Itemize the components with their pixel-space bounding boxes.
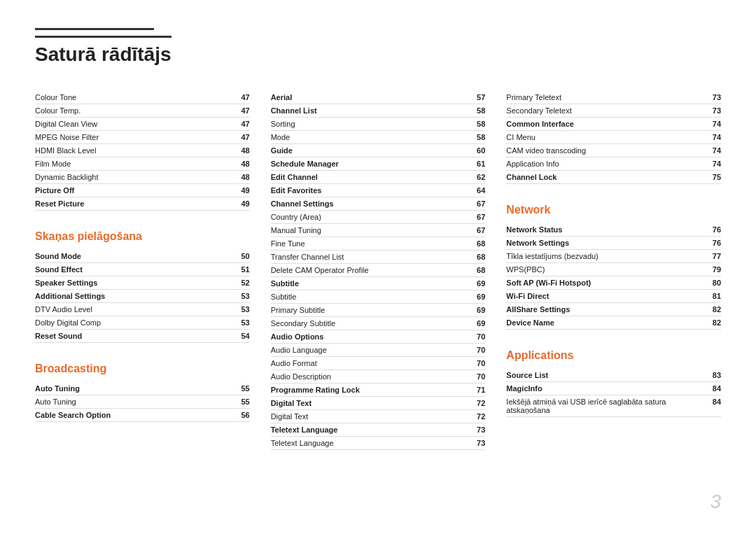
entry-number: 53 bbox=[236, 305, 250, 314]
list-item: Audio Format70 bbox=[271, 357, 486, 370]
entry-label: Additional Settings bbox=[35, 292, 105, 300]
entry-label: AllShare Settings bbox=[506, 305, 570, 314]
entry-label: Schedule Manager bbox=[271, 160, 339, 168]
entry-number: 58 bbox=[471, 106, 485, 115]
list-item: Channel List58 bbox=[271, 104, 486, 118]
entry-label: Auto Tuning bbox=[35, 398, 76, 406]
entry-number: 70 bbox=[471, 346, 485, 354]
list-item: Edit Channel62 bbox=[271, 171, 486, 184]
list-item: Auto Tuning55 bbox=[35, 395, 250, 409]
list-item: Device Name82 bbox=[506, 316, 721, 330]
list-item: Film Mode48 bbox=[35, 157, 250, 171]
entry-label: Primary Teletext bbox=[506, 93, 561, 101]
entry-number: 67 bbox=[471, 213, 485, 221]
entry-number: 70 bbox=[471, 332, 485, 341]
entry-number: 74 bbox=[707, 120, 721, 128]
entry-label: Channel Lock bbox=[506, 173, 556, 181]
entry-number: 50 bbox=[236, 252, 250, 260]
entry-number: 82 bbox=[707, 305, 721, 314]
list-item: Source List83 bbox=[506, 369, 721, 382]
entry-number: 75 bbox=[707, 173, 721, 181]
list-item: Aerial57 bbox=[271, 91, 486, 104]
list-item: Application Info74 bbox=[506, 157, 721, 171]
entry-number: 67 bbox=[471, 199, 485, 208]
entry-label: Sound Mode bbox=[35, 252, 81, 260]
column-2: Aerial57Channel List58Sorting58Mode58Gui… bbox=[271, 91, 507, 450]
entry-label: Device Name bbox=[506, 318, 554, 327]
page-title: Saturā rādītājs bbox=[35, 36, 172, 70]
entry-label: Source List bbox=[506, 371, 548, 379]
entry-number: 58 bbox=[471, 133, 485, 141]
entry-label: Fine Tune bbox=[271, 239, 305, 248]
list-item: CAM video transcoding74 bbox=[506, 144, 721, 157]
list-item: Sound Mode50 bbox=[35, 250, 250, 263]
list-item: Audio Language70 bbox=[271, 344, 486, 357]
list-item: Reset Sound54 bbox=[35, 330, 250, 343]
entry-label: CAM video transcoding bbox=[506, 146, 586, 155]
list-item: Cable Search Option56 bbox=[35, 409, 250, 422]
list-item: Edit Favorites64 bbox=[271, 184, 486, 197]
column-3: Primary Teletext73Secondary Teletext73Co… bbox=[506, 91, 721, 417]
list-item: Picture Off49 bbox=[35, 184, 250, 197]
entry-number: 72 bbox=[471, 399, 485, 407]
entry-label: Audio Description bbox=[271, 372, 331, 381]
entry-number: 74 bbox=[707, 133, 721, 141]
entry-number: 52 bbox=[236, 279, 250, 287]
list-item: Iekšējā atmiņā vai USB ierīcē saglabāta … bbox=[506, 395, 721, 417]
entry-label: Common Interface bbox=[506, 120, 574, 128]
list-item: Dolby Digital Comp53 bbox=[35, 316, 250, 330]
entry-number: 55 bbox=[236, 384, 250, 393]
entry-label: Application Info bbox=[506, 160, 559, 168]
col3-top-entries: Primary Teletext73Secondary Teletext73Co… bbox=[506, 91, 721, 184]
list-item: Network Settings76 bbox=[506, 237, 721, 250]
entry-label: Dynamic Backlight bbox=[35, 173, 98, 181]
list-item: Guide60 bbox=[271, 144, 486, 157]
entry-label: Sound Effect bbox=[35, 265, 83, 274]
entry-label: Audio Options bbox=[271, 332, 324, 341]
entry-label: Aerial bbox=[271, 93, 293, 101]
list-item: Manual Tuning67 bbox=[271, 224, 486, 237]
entry-label: Auto Tuning bbox=[35, 384, 80, 393]
list-item: Digital Text72 bbox=[271, 410, 486, 423]
entry-number: 62 bbox=[471, 173, 485, 181]
list-item: Auto Tuning55 bbox=[35, 382, 250, 395]
entry-number: 73 bbox=[707, 93, 721, 101]
entry-number: 49 bbox=[236, 186, 250, 195]
list-item: Primary Teletext73 bbox=[506, 91, 721, 104]
entry-label: Sorting bbox=[271, 120, 295, 128]
list-item: Colour Tone47 bbox=[35, 91, 250, 104]
list-item: Delete CAM Operator Profile68 bbox=[271, 264, 486, 277]
entry-label: Colour Tone bbox=[35, 93, 76, 101]
entry-label: Iekšējā atmiņā vai USB ierīcē saglabāta … bbox=[506, 398, 707, 414]
entry-number: 73 bbox=[471, 439, 485, 447]
col1-top-entries: Colour Tone47Colour Temp.47Digital Clean… bbox=[35, 91, 250, 211]
entry-number: 53 bbox=[236, 318, 250, 327]
col3-apps-entries: Source List83MagicInfo84Iekšējā atmiņā v… bbox=[506, 369, 721, 417]
entry-number: 48 bbox=[236, 173, 250, 181]
entry-label: CI Menu bbox=[506, 133, 536, 141]
col3-network-entries: Network Status76Network Settings76Tīkla … bbox=[506, 223, 721, 330]
entry-number: 54 bbox=[236, 332, 250, 340]
list-item: Reset Picture49 bbox=[35, 197, 250, 211]
list-item: Additional Settings53 bbox=[35, 290, 250, 303]
entry-label: Secondary Teletext bbox=[506, 106, 571, 115]
entry-number: 68 bbox=[471, 239, 485, 248]
entry-label: Guide bbox=[271, 146, 293, 155]
entry-number: 47 bbox=[236, 133, 250, 141]
entry-label: Dolby Digital Comp bbox=[35, 318, 101, 327]
entry-label: Speaker Settings bbox=[35, 279, 97, 287]
entry-label: Wi-Fi Direct bbox=[506, 292, 549, 300]
entry-number: 47 bbox=[236, 93, 250, 101]
entry-number: 68 bbox=[471, 266, 485, 274]
entry-number: 76 bbox=[707, 239, 721, 247]
list-item: MagicInfo84 bbox=[506, 382, 721, 395]
entry-number: 51 bbox=[236, 265, 250, 274]
entry-label: Digital Clean View bbox=[35, 120, 97, 128]
entry-number: 74 bbox=[707, 160, 721, 168]
entry-label: Soft AP (Wi-Fi Hotspot) bbox=[506, 279, 591, 287]
section-title-network: Network bbox=[506, 204, 721, 216]
section-title-applications: Applications bbox=[506, 349, 721, 362]
list-item: Dynamic Backlight48 bbox=[35, 171, 250, 184]
entry-number: 69 bbox=[471, 306, 485, 314]
entry-number: 69 bbox=[471, 293, 485, 301]
